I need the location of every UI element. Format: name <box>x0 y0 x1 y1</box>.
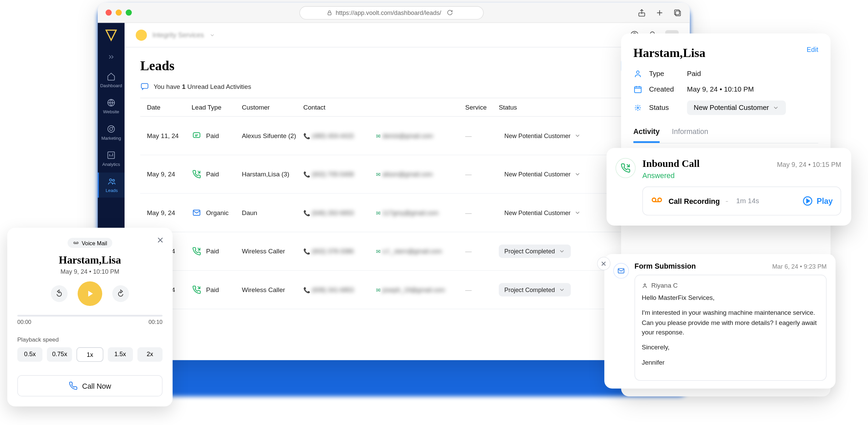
table-row[interactable]: May 5, 24 Paid Wireless Caller 📞 (602) 3… <box>140 232 674 271</box>
sidebar-item-dashboard[interactable]: Dashboard <box>98 67 125 93</box>
edit-link[interactable]: Edit <box>807 46 818 54</box>
table-row[interactable]: May 9, 24 Organic Daun 📞 (646) 262-6653 … <box>140 194 674 232</box>
table-row[interactable]: May 9, 24 Paid Harstam,Lisa (3) 📞 (602) … <box>140 155 674 194</box>
voicemail-card: Voice Mail Harstam,Lisa May 9, 24 • 10:1… <box>7 228 172 407</box>
reload-icon[interactable] <box>447 9 453 16</box>
play-button[interactable] <box>78 282 102 306</box>
vm-time: May 9, 24 • 10:10 PM <box>17 268 163 275</box>
play-button[interactable]: Play <box>802 195 833 207</box>
cell-service: — <box>465 248 499 255</box>
call-now-button[interactable]: Call Now <box>17 375 163 397</box>
close-icon[interactable] <box>156 236 165 247</box>
tab-activity[interactable]: Activity <box>634 127 660 143</box>
col-lead-type: Lead Type <box>192 104 242 111</box>
detail-tabs: Activity Information <box>634 127 818 143</box>
playback-track[interactable] <box>17 315 163 316</box>
sidebar-item-label: Analytics <box>102 162 120 167</box>
sidebar-item-label: Leads <box>106 188 118 193</box>
call-in-icon <box>192 246 202 256</box>
msg-icon <box>192 131 202 141</box>
cell-customer: Alexus Sifuente (2) <box>242 132 303 139</box>
sidebar-collapse-icon[interactable] <box>107 53 115 63</box>
status-dropdown[interactable]: Project Completed <box>499 245 571 258</box>
playback-speed-label: Playback speed <box>17 336 163 343</box>
form-title: Form Submission <box>635 262 696 270</box>
chevron-down-icon <box>772 104 779 111</box>
speed-option[interactable]: 0.5x <box>17 347 42 362</box>
cell-lead-type: Paid <box>206 286 219 293</box>
leads-table: Date Lead Type Customer Contact Service … <box>140 98 674 309</box>
address-bar[interactable]: https://app.voolt.com/dashboard/leads/ <box>299 6 484 19</box>
sidebar-item-marketing[interactable]: Marketing <box>98 120 125 145</box>
cell-service: — <box>465 171 499 178</box>
unread-notice: You have 1 Unread Lead Activities <box>140 82 674 91</box>
col-status: Status <box>499 104 610 111</box>
person-icon <box>634 69 644 78</box>
mail-icon <box>613 263 629 278</box>
person-icon <box>642 282 648 288</box>
tab-information[interactable]: Information <box>672 127 708 143</box>
time-current: 00:00 <box>17 319 31 325</box>
cell-date: May 9, 24 <box>147 171 192 178</box>
close-button[interactable]: ✕ <box>597 257 611 270</box>
call-in-icon <box>192 285 202 295</box>
cell-service: — <box>465 132 499 139</box>
speed-option[interactable]: 1x <box>77 347 103 362</box>
cell-contact: 📞 (608) 341-6853 ✉ joseph_19@gmail.com <box>303 286 465 293</box>
status-dropdown[interactable]: New Potential Customer <box>499 129 586 142</box>
form-submission-card: ✕ Form Submission Mar 6, 24 • 9:23 PM Ri… <box>604 254 835 388</box>
cell-customer: Harstam,Lisa (3) <box>242 171 303 178</box>
sidebar-item-label: Website <box>103 110 119 115</box>
page-title: Leads <box>140 58 174 73</box>
voicemail-icon <box>651 194 663 208</box>
window-max-dot[interactable] <box>126 9 132 16</box>
cell-service: — <box>465 209 499 216</box>
status-dropdown[interactable]: Project Completed <box>499 283 571 297</box>
share-icon[interactable] <box>637 8 646 17</box>
speed-option[interactable]: 1.5x <box>108 347 133 362</box>
workspace-name[interactable]: Integrity Services <box>152 31 204 39</box>
table-header: Date Lead Type Customer Contact Service … <box>140 98 674 117</box>
window-min-dot[interactable] <box>116 9 122 16</box>
svg-rect-3 <box>675 9 679 14</box>
sidebar-item-leads[interactable]: Leads <box>98 173 125 198</box>
browser-window: https://app.voolt.com/dashboard/leads/ D… <box>98 3 690 360</box>
cell-date: May 9, 24 <box>147 209 192 216</box>
call-in-icon <box>616 158 636 178</box>
cell-service: — <box>465 286 499 293</box>
plus-icon[interactable] <box>655 8 664 17</box>
status-dropdown[interactable]: New Potential Customer <box>499 206 586 219</box>
sidebar-item-label: Dashboard <box>100 83 122 88</box>
window-close-dot[interactable] <box>106 9 112 16</box>
rewind-10-button[interactable] <box>51 285 68 302</box>
forward-10-button[interactable] <box>112 285 129 302</box>
workspace-icon <box>136 29 147 40</box>
cell-customer: Daun <box>242 209 303 216</box>
cell-lead-type: Paid <box>206 171 219 178</box>
status-dropdown[interactable]: New Potential Customer <box>499 168 586 181</box>
play-icon <box>802 195 813 207</box>
cell-customer: Wireless Caller <box>242 286 303 293</box>
speed-option[interactable]: 0.75x <box>47 347 72 362</box>
lead-name: Harstam,Lisa <box>634 46 705 60</box>
table-row[interactable]: May 11, 24 Paid Alexus Sifuente (2) 📞 (4… <box>140 117 674 155</box>
table-row[interactable]: May 4, 24 Paid Wireless Caller 📞 (608) 3… <box>140 271 674 309</box>
meta-status-label: Status <box>649 104 681 112</box>
tabs-icon[interactable] <box>673 8 682 17</box>
speed-option[interactable]: 2x <box>137 347 163 362</box>
cell-date: May 11, 24 <box>147 132 192 139</box>
sidebar-item-website[interactable]: Website <box>98 94 125 119</box>
chevron-down-icon[interactable] <box>209 32 215 38</box>
chevron-down-icon <box>558 248 565 255</box>
sidebar-item-analytics[interactable]: Analytics <box>98 146 125 171</box>
voicemail-chip: Voice Mail <box>68 238 112 248</box>
chevron-down-icon <box>574 132 581 139</box>
col-service: Service <box>465 104 499 111</box>
status-dropdown[interactable]: New Potential Customer <box>687 100 786 115</box>
cell-contact: 📞 (480) 404-4415 ✉ derick@gmail.com <box>303 132 465 139</box>
recording-label: Call Recording <box>668 197 720 205</box>
sidebar-item-label: Marketing <box>101 136 121 141</box>
recording-duration: 1m 14s <box>736 197 759 205</box>
svg-rect-2 <box>676 11 680 16</box>
cell-customer: Wireless Caller <box>242 248 303 255</box>
